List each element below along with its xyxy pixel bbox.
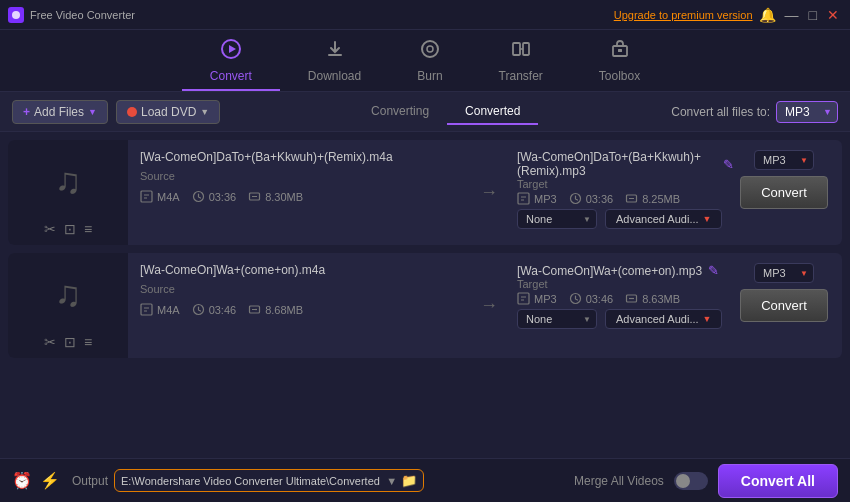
main-content: ♫ ✂ ⊡ ≡ [Wa-ComeOn]DaTo+(Ba+Kkwuh)+(Remi… xyxy=(0,132,850,458)
file2-source-name: [Wa-ComeOn]Wa+(come+on).m4a xyxy=(140,263,457,277)
file-info: [Wa-ComeOn]DaTo+(Ba+Kkwuh)+(Remix).m4a S… xyxy=(128,140,469,245)
merge-label: Merge All Videos xyxy=(574,474,664,488)
file2-target-format: MP3 xyxy=(517,292,557,305)
crop-icon[interactable]: ⊡ xyxy=(64,221,76,237)
edit-icon[interactable]: ✎ xyxy=(723,157,734,172)
crop-icon[interactable]: ⊡ xyxy=(64,334,76,350)
maximize-button[interactable]: □ xyxy=(806,7,820,23)
output-section: Output ▼ 📁 xyxy=(72,469,562,492)
nav-item-download[interactable]: Download xyxy=(280,30,389,91)
svg-rect-5 xyxy=(513,43,520,55)
dvd-dot-icon xyxy=(127,107,137,117)
title-bar: Free Video Converter Upgrade to premium … xyxy=(0,0,850,30)
nav-item-toolbox[interactable]: Toolbox xyxy=(571,30,668,91)
output-dropdown-icon[interactable]: ▼ xyxy=(386,475,397,487)
title-bar-left: Free Video Converter xyxy=(8,7,135,23)
add-files-chevron: ▼ xyxy=(88,107,97,117)
file2-source-duration: 03:46 xyxy=(192,303,237,316)
file1-target-meta: MP3 03:36 8.25MB xyxy=(517,192,734,205)
close-button[interactable]: ✕ xyxy=(824,7,842,23)
plus-icon: + xyxy=(23,105,30,119)
settings-icon[interactable]: ≡ xyxy=(84,334,92,350)
quality-select[interactable]: None High Medium Low xyxy=(517,209,597,229)
svg-point-0 xyxy=(12,11,20,19)
nav-item-convert[interactable]: Convert xyxy=(182,30,280,91)
scissors-icon[interactable]: ✂ xyxy=(44,334,56,350)
add-files-button[interactable]: + Add Files ▼ xyxy=(12,100,108,124)
file2-target-duration: 03:46 xyxy=(569,292,614,305)
app-title: Free Video Converter xyxy=(30,9,135,21)
target-format-wrap: MP3 MP4 xyxy=(754,263,814,283)
svg-rect-6 xyxy=(523,43,529,55)
file1-source-duration: 03:36 xyxy=(192,190,237,203)
quality-select[interactable]: None High Medium Low xyxy=(517,309,597,329)
advanced-button[interactable]: Advanced Audi... ▼ xyxy=(605,309,722,329)
advanced-button[interactable]: Advanced Audi... ▼ xyxy=(605,209,722,229)
nav-label-transfer: Transfer xyxy=(499,69,543,83)
format-select-wrap: MP3 MP4 AVI MOV xyxy=(776,101,838,123)
format-select[interactable]: MP3 MP4 AVI MOV xyxy=(776,101,838,123)
file1-target-format: MP3 xyxy=(517,192,557,205)
file1-target-label: Target xyxy=(517,178,734,190)
target-format-select[interactable]: MP3 MP4 xyxy=(754,263,814,283)
convert-all-files-section: Convert all files to: MP3 MP4 AVI MOV xyxy=(671,101,838,123)
clock-icon xyxy=(192,190,205,203)
svg-rect-8 xyxy=(618,49,622,52)
svg-rect-15 xyxy=(141,304,152,315)
folder-icon[interactable]: 📁 xyxy=(401,473,417,488)
tab-converted[interactable]: Converted xyxy=(447,99,538,125)
svg-rect-9 xyxy=(141,191,152,202)
convert-btn-wrap: MP3 MP4 Convert xyxy=(734,150,834,209)
load-dvd-button[interactable]: Load DVD ▼ xyxy=(116,100,220,124)
right-target-info: [Wa-ComeOn]DaTo+(Ba+Kkwuh)+(Remix).mp3 ✎… xyxy=(517,150,734,229)
file2-source-label: Source xyxy=(140,283,457,295)
format-icon xyxy=(140,190,153,203)
file2-source-size: 8.68MB xyxy=(248,303,303,316)
output-path-wrap: ▼ 📁 xyxy=(114,469,424,492)
music-icon: ♫ xyxy=(55,273,82,315)
convert-nav-icon xyxy=(220,38,242,65)
settings-icon[interactable]: ≡ xyxy=(84,221,92,237)
bell-icon[interactable]: 🔔 xyxy=(759,7,776,23)
output-path-input[interactable] xyxy=(121,475,382,487)
minimize-button[interactable]: — xyxy=(782,7,802,23)
right-panel: [Wa-ComeOn]DaTo+(Ba+Kkwuh)+(Remix).mp3 ✎… xyxy=(509,140,842,245)
output-label: Output xyxy=(72,474,108,488)
scissors-icon[interactable]: ✂ xyxy=(44,221,56,237)
arrow-icon: → xyxy=(480,182,498,203)
quality-select-wrap: None High Medium Low xyxy=(517,209,597,229)
file1-source-label: Source xyxy=(140,170,457,182)
nav-label-toolbox: Toolbox xyxy=(599,69,640,83)
nav-item-transfer[interactable]: Transfer xyxy=(471,30,571,91)
transfer-nav-icon xyxy=(510,38,532,65)
file-card: ♫ ✂ ⊡ ≡ [Wa-ComeOn]DaTo+(Ba+Kkwuh)+(Remi… xyxy=(8,140,842,245)
file2-target-controls: None High Medium Low Advanced Audi... ▼ xyxy=(517,309,734,329)
target-format-select[interactable]: MP3 MP4 xyxy=(754,150,814,170)
lightning-icon[interactable]: ⚡ xyxy=(40,471,60,490)
convert-button[interactable]: Convert xyxy=(740,176,828,209)
file1-target-size: 8.25MB xyxy=(625,192,680,205)
add-files-label: Add Files xyxy=(34,105,84,119)
quality-select-wrap: None High Medium Low xyxy=(517,309,597,329)
toolbox-nav-icon xyxy=(609,38,631,65)
upgrade-link[interactable]: Upgrade to premium version xyxy=(614,9,753,21)
music-icon: ♫ xyxy=(55,160,82,202)
load-dvd-chevron: ▼ xyxy=(200,107,209,117)
merge-toggle[interactable] xyxy=(674,472,708,490)
alarm-icon[interactable]: ⏰ xyxy=(12,471,32,490)
file-actions: ✂ ⊡ ≡ xyxy=(44,221,92,237)
convert-all-button[interactable]: Convert All xyxy=(718,464,838,498)
load-dvd-label: Load DVD xyxy=(141,105,196,119)
window-controls: — □ ✕ xyxy=(782,7,842,23)
file2-target-size: 8.63MB xyxy=(625,292,680,305)
convert-button[interactable]: Convert xyxy=(740,289,828,322)
nav-bar: Convert Download Burn Transfer xyxy=(0,30,850,92)
bottom-left: ⏰ ⚡ xyxy=(12,471,60,490)
file1-target-duration: 03:36 xyxy=(569,192,614,205)
nav-item-burn[interactable]: Burn xyxy=(389,30,470,91)
convert-btn-wrap: MP3 MP4 Convert xyxy=(734,263,834,322)
tab-converting[interactable]: Converting xyxy=(353,99,447,125)
bottom-bar: ⏰ ⚡ Output ▼ 📁 Merge All Videos Convert … xyxy=(0,458,850,502)
toolbar-tabs: Converting Converted xyxy=(228,99,663,125)
edit-icon[interactable]: ✎ xyxy=(708,263,719,278)
